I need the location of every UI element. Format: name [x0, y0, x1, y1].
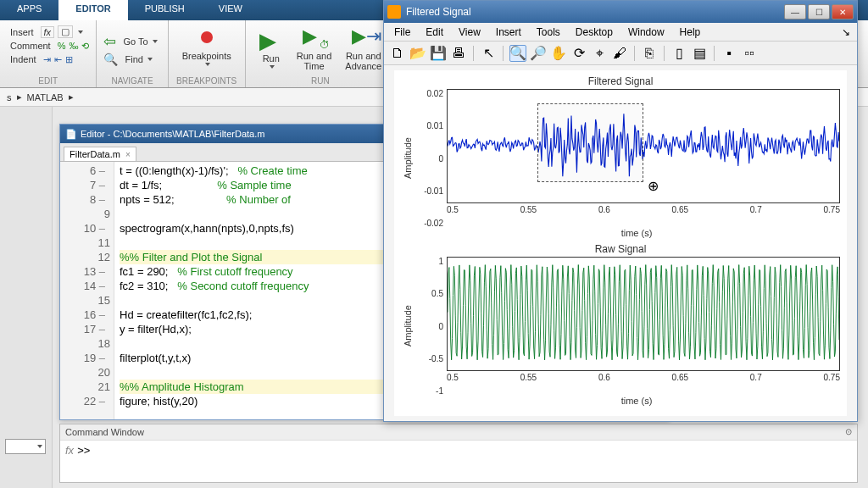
figure-menu-desktop[interactable]: Desktop	[569, 25, 620, 40]
figure-menu-help[interactable]: Help	[673, 25, 708, 40]
plot2-yticks: 10.50-0.5-1	[415, 257, 443, 396]
pan-icon[interactable]: ✋	[550, 45, 567, 62]
run-advance-icon: ▶⇥	[352, 25, 376, 49]
section-icon[interactable]: ▢	[58, 25, 73, 38]
ts-group-breakpoints-title: BREAKPOINTS	[175, 76, 238, 87]
ribbon-tab-editor[interactable]: EDITOR	[58, 0, 127, 20]
plot1-line	[448, 90, 839, 199]
link-icon[interactable]: ⎘	[641, 45, 658, 62]
minimize-button[interactable]: —	[784, 4, 806, 19]
file-tab-label: FilterData.m	[70, 149, 120, 159]
figure-menu-tools[interactable]: Tools	[530, 25, 567, 40]
colorbar-icon[interactable]: ▯	[670, 45, 687, 62]
plot-area: Filtered Signal Amplitude 0.020.010-0.01…	[394, 70, 847, 416]
ribbon-tab-apps[interactable]: APPS	[0, 0, 58, 20]
figure-title: Filtered Signal	[406, 6, 471, 18]
wrap-comment-icon[interactable]: ⟲	[81, 41, 89, 52]
figure-window: Filtered Signal — ☐ ✕ FileEditViewInsert…	[383, 0, 858, 422]
breadcrumb-seg[interactable]: MATLAB	[27, 92, 64, 103]
ribbon-tab-publish[interactable]: PUBLISH	[128, 0, 202, 20]
figure-menu-view[interactable]: View	[452, 25, 487, 40]
command-window: Command Window ⊙ fx >>	[59, 424, 858, 483]
run-button[interactable]: ▶ Run	[253, 22, 290, 75]
legend-icon[interactable]: ▤	[691, 45, 708, 62]
separator	[714, 46, 715, 61]
figure-toolbar: 🗋 📂 💾 🖶 ↖ 🔍 🔎 ✋ ⟳ ⌖ 🖌 ⎘ ▯ ▤ ▪ ▫▫	[384, 42, 857, 65]
find-icon: 🔍	[103, 53, 118, 66]
minimize-icon[interactable]: ⊙	[845, 427, 852, 437]
figure-menu-insert[interactable]: Insert	[489, 25, 528, 40]
indent-button[interactable]: Indent	[7, 53, 40, 65]
breakpoints-button[interactable]: Breakpoints	[175, 22, 238, 69]
zoom-rectangle	[537, 103, 643, 182]
close-tab-icon[interactable]: ×	[125, 150, 131, 159]
comment-button[interactable]: Comment	[7, 40, 54, 52]
left-sidebar	[0, 107, 53, 488]
magnifier-cursor-icon: ⊕	[648, 178, 659, 194]
sidebar-dropdown[interactable]	[5, 439, 46, 454]
smart-indent-icon[interactable]: ⊞	[65, 54, 73, 65]
rotate-icon[interactable]: ⟳	[570, 45, 587, 62]
chevron-right-icon: ▸	[69, 92, 74, 103]
dock-icon[interactable]: ↘	[842, 26, 854, 38]
editor-title-text: Editor - C:\Documents\MATLAB\FilterData.…	[81, 129, 264, 139]
plot2-line	[448, 258, 839, 367]
outdent-icon[interactable]: ⇤	[54, 54, 62, 65]
figure-body: Filtered Signal Amplitude 0.020.010-0.01…	[384, 65, 857, 421]
plot2-title: Raw Signal	[401, 241, 840, 257]
file-tab[interactable]: FilterData.m ×	[64, 147, 136, 161]
plot1-ylabel: Amplitude	[401, 89, 415, 228]
ts-group-edit-title: EDIT	[7, 76, 89, 87]
new-figure-icon[interactable]: 🗋	[389, 45, 406, 62]
find-button[interactable]: Find	[121, 53, 155, 65]
run-advance-button[interactable]: ▶⇥ Run and Advance	[338, 22, 388, 75]
datacursor-icon[interactable]: ⌖	[591, 45, 608, 62]
ribbon-tab-view[interactable]: VIEW	[202, 0, 259, 20]
figure-menu-window[interactable]: Window	[621, 25, 671, 40]
run-time-icon: ▶⏱	[303, 25, 326, 49]
plot1-title: Filtered Signal	[401, 74, 840, 89]
command-window-title: Command Window ⊙	[60, 424, 857, 441]
plot1-canvas[interactable]: ⊕	[447, 89, 840, 203]
zoom-out-icon[interactable]: 🔎	[530, 45, 547, 62]
run-icon: ▶	[259, 28, 283, 52]
subplot-filtered: Filtered Signal Amplitude 0.020.010-0.01…	[401, 74, 840, 241]
plot2-canvas[interactable]	[447, 257, 840, 371]
brush-icon[interactable]: 🖌	[611, 45, 628, 62]
matlab-icon	[387, 5, 401, 19]
plot2-xticks: 0.50.550.60.650.70.75	[447, 371, 840, 384]
open-icon[interactable]: 📂	[409, 45, 426, 62]
fx-icon[interactable]: fx	[41, 26, 55, 38]
ts-group-run: ▶ Run ▶⏱ Run and Time ▶⇥ Run and Advance…	[246, 20, 396, 87]
insert-dropdown-icon[interactable]	[78, 30, 83, 34]
indent-icon[interactable]: ⇥	[43, 54, 51, 65]
ts-group-run-title: RUN	[253, 76, 388, 87]
separator	[503, 46, 504, 61]
zoom-in-icon[interactable]: 🔍	[509, 45, 526, 62]
chevron-right-icon: ▸	[17, 92, 22, 103]
uncomment-icon[interactable]: ‰	[69, 41, 78, 51]
editor-doc-icon: 📄	[65, 129, 77, 140]
separator	[634, 46, 635, 61]
ts-group-edit: Insert fx ▢ Comment % ‰ ⟲ Indent ⇥ ⇤ ⊞ E…	[0, 20, 97, 87]
breadcrumb-seg[interactable]: s	[7, 92, 12, 103]
fx-prompt-icon[interactable]: fx	[65, 444, 74, 457]
maximize-button[interactable]: ☐	[808, 4, 830, 19]
figure-menu-file[interactable]: File	[387, 25, 417, 40]
close-button[interactable]: ✕	[832, 4, 854, 19]
separator	[664, 46, 665, 61]
comment-icon[interactable]: %	[58, 41, 66, 51]
figure-menu-edit[interactable]: Edit	[419, 25, 450, 40]
breakpoint-icon	[195, 25, 219, 49]
subplot-raw: Raw Signal Amplitude 10.50-0.5-1 0.50.55…	[401, 241, 840, 409]
print-icon[interactable]: 🖶	[450, 45, 467, 62]
run-time-button[interactable]: ▶⏱ Run and Time	[290, 22, 339, 75]
figure-titlebar[interactable]: Filtered Signal — ☐ ✕	[384, 1, 857, 23]
show-tools-icon[interactable]: ▫▫	[741, 45, 758, 62]
insert-button[interactable]: Insert	[7, 26, 37, 38]
goto-button[interactable]: Go To	[120, 36, 160, 47]
command-prompt[interactable]: >>	[77, 444, 90, 457]
hide-tools-icon[interactable]: ▪	[721, 45, 737, 62]
save-icon[interactable]: 💾	[430, 45, 447, 62]
pointer-icon[interactable]: ↖	[480, 45, 497, 62]
